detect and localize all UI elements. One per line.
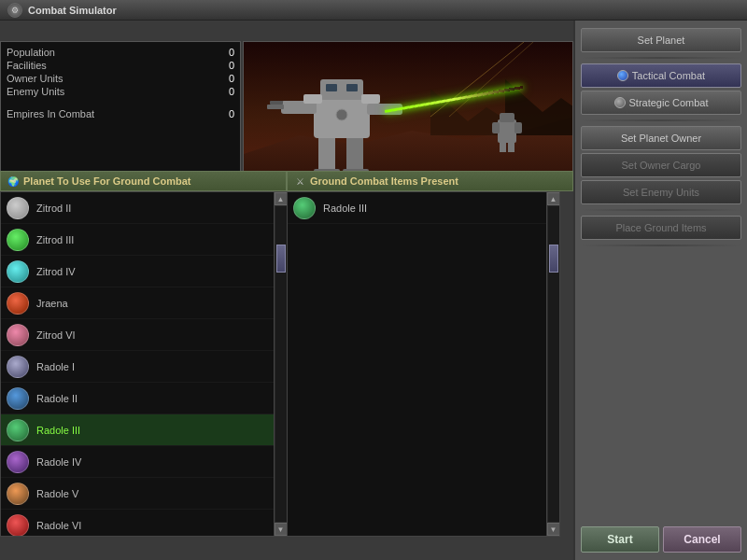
planet-list-item[interactable]: Zitrod IV bbox=[1, 256, 274, 287]
tactical-icon bbox=[617, 70, 628, 81]
ground-scroll-up[interactable]: ▲ bbox=[547, 192, 560, 205]
planet-icon bbox=[7, 292, 29, 315]
planet-icon bbox=[7, 229, 29, 251]
combat-icon: ⚔ bbox=[293, 175, 306, 188]
planet-list-item[interactable]: Radole III bbox=[1, 414, 274, 446]
place-ground-items-button: Place Ground Items bbox=[581, 216, 741, 240]
enemy-svg bbox=[479, 105, 535, 152]
svg-rect-26 bbox=[508, 141, 514, 152]
planet-name: Radole III bbox=[36, 425, 80, 436]
svg-rect-23 bbox=[492, 122, 500, 133]
strategic-combat-button[interactable]: Strategic Combat bbox=[581, 91, 741, 115]
title-text: Combat Simulator bbox=[28, 5, 117, 16]
planet-list-item[interactable]: Radole I bbox=[1, 351, 274, 383]
main-container: Population 0 Facilities 0 Owner Units 0 … bbox=[0, 21, 747, 560]
ground-list[interactable]: Radole III bbox=[288, 192, 546, 536]
start-button[interactable]: Start bbox=[581, 526, 659, 553]
svg-point-20 bbox=[336, 109, 347, 120]
planet-list-item[interactable]: Radole II bbox=[1, 383, 274, 414]
planet-list-item[interactable]: Radole VI bbox=[1, 510, 274, 536]
stat-enemy-units: Enemy Units 0 bbox=[7, 85, 234, 98]
ground-item-icon bbox=[293, 197, 316, 219]
svg-rect-19 bbox=[361, 94, 380, 104]
set-planet-owner-button[interactable]: Set Planet Owner bbox=[581, 126, 741, 150]
svg-rect-21 bbox=[498, 119, 516, 143]
divider-4 bbox=[581, 245, 741, 246]
stat-facilities: Facilities 0 bbox=[7, 59, 234, 72]
planet-name: Radole V bbox=[36, 488, 78, 499]
svg-rect-6 bbox=[318, 133, 335, 171]
ground-scroll-down[interactable]: ▼ bbox=[547, 523, 560, 536]
planet-scroll-up[interactable]: ▲ bbox=[275, 192, 288, 205]
planet-list-item[interactable]: Zitrod II bbox=[1, 192, 274, 224]
ground-combat-header: ⚔ Ground Combat Items Present bbox=[287, 171, 573, 191]
planet-name: Zitrod IV bbox=[36, 266, 76, 277]
planet-icon bbox=[7, 451, 29, 473]
planet-list-item[interactable]: Zitrod III bbox=[1, 224, 274, 256]
ground-header-label: Ground Combat Items Present bbox=[310, 175, 458, 187]
stat-empires: Empires In Combat 0 bbox=[7, 107, 234, 120]
stat-owner-units: Owner Units 0 bbox=[7, 72, 234, 85]
planet-icon bbox=[7, 324, 29, 346]
mech-svg bbox=[262, 41, 449, 180]
planet-icon bbox=[7, 514, 29, 537]
planet-icon bbox=[7, 483, 29, 505]
globe-icon: 🌍 bbox=[7, 175, 20, 188]
cancel-button[interactable]: Cancel bbox=[663, 526, 741, 553]
planet-list[interactable]: Zitrod IIZitrod IIIZitrod IVJraenaZitrod… bbox=[1, 192, 274, 536]
planet-icon bbox=[7, 356, 29, 378]
left-panel: Population 0 Facilities 0 Owner Units 0 … bbox=[0, 21, 573, 560]
svg-rect-24 bbox=[514, 122, 522, 133]
planet-list-item[interactable]: Radole V bbox=[1, 478, 274, 510]
svg-rect-18 bbox=[303, 94, 322, 104]
lists-row: Zitrod IIZitrod IIIZitrod IVJraenaZitrod… bbox=[0, 191, 573, 560]
stat-population: Population 0 bbox=[7, 46, 234, 59]
planet-name: Radole IV bbox=[36, 456, 81, 468]
top-section: Population 0 Facilities 0 Owner Units 0 … bbox=[0, 21, 573, 192]
svg-rect-17 bbox=[270, 101, 283, 105]
set-planet-button[interactable]: Set Planet bbox=[581, 28, 741, 52]
planet-scroll-down[interactable]: ▼ bbox=[275, 523, 288, 536]
planet-list-item[interactable]: Zitrod VI bbox=[1, 319, 274, 351]
set-enemy-units-button: Set Enemy Units bbox=[581, 180, 741, 204]
svg-rect-16 bbox=[267, 105, 284, 109]
planet-icon bbox=[7, 197, 29, 219]
tactical-combat-button[interactable]: Tactical Combat bbox=[581, 63, 741, 88]
divider-1 bbox=[581, 57, 741, 59]
ground-item-name: Radole III bbox=[323, 203, 367, 214]
svg-rect-12 bbox=[326, 84, 337, 91]
planet-name: Jraena bbox=[36, 298, 68, 309]
stats-panel: Population 0 Facilities 0 Owner Units 0 … bbox=[0, 41, 241, 190]
divider-2 bbox=[581, 119, 741, 121]
planet-icon bbox=[7, 419, 29, 441]
title-bar: ⚙ Combat Simulator bbox=[0, 0, 747, 21]
planet-name: Radole II bbox=[36, 393, 78, 404]
planet-name: Zitrod III bbox=[36, 234, 74, 245]
section-row: 🌍 Planet To Use For Ground Combat ⚔ Grou… bbox=[0, 171, 573, 191]
planet-scroll-thumb[interactable] bbox=[276, 245, 286, 273]
planet-name: Zitrod II bbox=[36, 203, 71, 214]
right-panel: Set Planet Tactical Combat Strategic Com… bbox=[573, 21, 747, 560]
set-owner-cargo-button: Set Owner Cargo bbox=[581, 153, 741, 177]
ground-list-item[interactable]: Radole III bbox=[288, 192, 546, 224]
planet-scroll-track bbox=[275, 206, 287, 522]
planet-name: Radole VI bbox=[36, 520, 81, 531]
svg-rect-22 bbox=[500, 113, 514, 122]
svg-rect-25 bbox=[500, 141, 506, 152]
planet-list-container: Zitrod IIZitrod IIIZitrod IVJraenaZitrod… bbox=[0, 191, 287, 537]
planet-list-item[interactable]: Radole IV bbox=[1, 446, 274, 478]
planet-name: Radole I bbox=[36, 361, 75, 372]
planet-name: Zitrod VI bbox=[36, 329, 76, 341]
planet-list-item[interactable]: Jraena bbox=[1, 287, 274, 319]
ground-list-container: Radole III ▲ ▼ bbox=[287, 191, 560, 537]
combat-preview bbox=[243, 41, 573, 190]
ground-scroll-track bbox=[548, 206, 559, 522]
planet-header: 🌍 Planet To Use For Ground Combat bbox=[0, 171, 287, 191]
svg-rect-13 bbox=[346, 84, 358, 91]
mech-scene bbox=[244, 42, 572, 189]
bottom-buttons: Start Cancel bbox=[581, 521, 741, 553]
ground-scroll-thumb[interactable] bbox=[549, 245, 558, 273]
planet-header-label: Planet To Use For Ground Combat bbox=[23, 175, 190, 187]
strategic-icon bbox=[614, 97, 626, 108]
ground-list-scrollbar: ▲ ▼ bbox=[546, 192, 559, 536]
